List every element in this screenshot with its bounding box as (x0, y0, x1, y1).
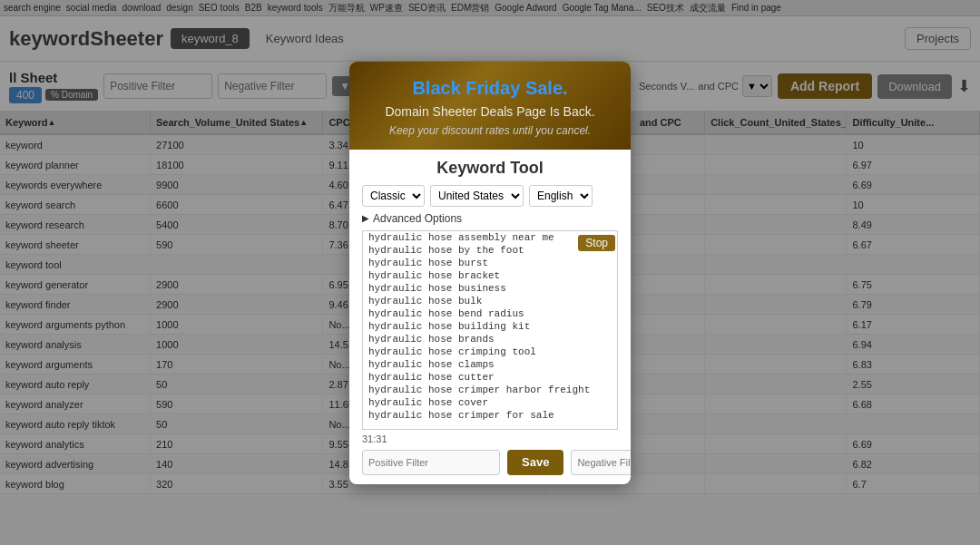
keyword-item[interactable]: hydraulic hose cover (363, 396, 617, 409)
keyword-item[interactable]: hydraulic hose building kit (363, 320, 617, 333)
bf-tagline: Keep your discount rates until you cance… (368, 124, 612, 137)
bf-banner: Black Friday Sale. Domain Sheeter Deals … (349, 62, 631, 150)
modal-negative-filter[interactable] (571, 450, 631, 475)
modal-positive-filter[interactable] (362, 450, 500, 475)
modal-overlay: Black Friday Sale. Domain Sheeter Deals … (0, 0, 980, 545)
style-select[interactable]: Classic (362, 185, 425, 207)
modal-controls: Classic United States English (362, 185, 618, 207)
modal-title: Keyword Tool (362, 159, 618, 178)
keyword-item[interactable]: hydraulic hose business (363, 282, 617, 295)
keyword-item[interactable]: hydraulic hose crimping tool (363, 345, 617, 358)
stop-button[interactable]: Stop (578, 235, 615, 251)
keyword-item[interactable]: hydraulic hose crimper for sale (363, 409, 617, 422)
arrow-right-icon: ▶ (362, 213, 369, 223)
language-select[interactable]: English (529, 185, 593, 207)
keyword-item[interactable]: hydraulic hose bracket (363, 269, 617, 282)
modal-body: Keyword Tool Classic United States Engli… (349, 150, 631, 484)
keyword-list[interactable]: × Stop hydraulic hose assembly near mehy… (362, 230, 618, 430)
bf-title: Black Friday Sale. (368, 78, 612, 99)
bf-subtitle: Domain Sheeter Deals Page Is Back. (368, 104, 612, 119)
save-button[interactable]: Save (507, 450, 564, 475)
keyword-item[interactable]: hydraulic hose bulk (363, 295, 617, 307)
advanced-options-toggle[interactable]: ▶ Advanced Options (362, 212, 618, 225)
timer-display: 31:31 (362, 433, 618, 444)
keyword-item[interactable]: hydraulic hose crimper harbor freight (363, 384, 617, 396)
keyword-list-items: hydraulic hose assembly near mehydraulic… (363, 231, 617, 422)
keyword-item[interactable]: hydraulic hose brands (363, 333, 617, 345)
modal: Black Friday Sale. Domain Sheeter Deals … (349, 62, 631, 484)
keyword-item[interactable]: hydraulic hose clamps (363, 358, 617, 371)
filter-row: Save (362, 450, 618, 475)
keyword-item[interactable]: hydraulic hose cutter (363, 371, 617, 384)
keyword-item[interactable]: hydraulic hose burst (363, 257, 617, 269)
keyword-item[interactable]: hydraulic hose bend radius (363, 307, 617, 320)
advanced-options-label: Advanced Options (373, 212, 462, 225)
country-select[interactable]: United States (430, 185, 524, 207)
